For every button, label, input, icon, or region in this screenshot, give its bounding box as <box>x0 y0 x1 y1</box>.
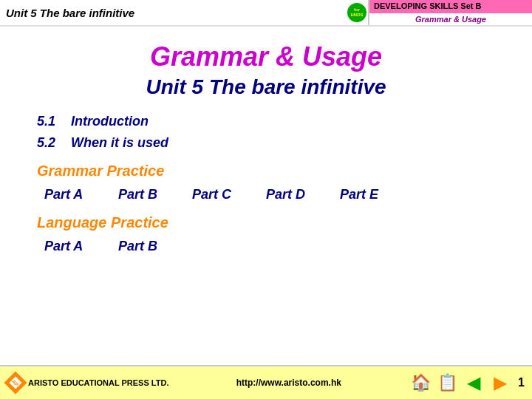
logo-circle: forHNDS <box>346 1 368 24</box>
section-label: Introduction <box>71 114 149 129</box>
sections-list: 5.1Introduction5.2When it is used <box>37 114 495 151</box>
section-item[interactable]: 5.2When it is used <box>37 135 495 151</box>
grammar-usage-bar: Grammar & Usage <box>369 13 532 25</box>
book-icon[interactable]: 📋 <box>435 372 459 393</box>
website-link: http://www.aristo.com.hk <box>236 378 341 388</box>
page-number: 1 <box>518 376 525 389</box>
grammar-part-item[interactable]: Part B <box>118 187 177 202</box>
forward-arrow-icon[interactable]: ▶ <box>488 372 512 393</box>
unit-title: Unit 5 The bare infinitive <box>6 7 134 19</box>
language-part-item[interactable]: Part B <box>118 239 177 254</box>
grammar-practice-title: Grammar Practice <box>37 163 495 180</box>
developing-skills-label: DEVELOPING SKILLS Set B <box>374 1 481 10</box>
aristo-logo: AP ARISTO EDUCATIONAL PRESS LTD. <box>7 375 168 391</box>
grammar-part-item[interactable]: Part D <box>266 187 325 202</box>
developing-skills-bar: DEVELOPING SKILLS Set B <box>369 0 532 13</box>
logo-text: forHNDS <box>350 7 363 17</box>
grammar-part-item[interactable]: Part C <box>192 187 251 202</box>
section-number: 5.2 <box>37 135 59 151</box>
language-part-item[interactable]: Part A <box>44 239 103 254</box>
main-content: Grammar & Usage Unit 5 The bare infiniti… <box>0 27 532 267</box>
unit-title-bar: Unit 5 The bare infinitive <box>0 0 369 25</box>
section-label: When it is used <box>71 135 168 151</box>
grammar-usage-label: Grammar & Usage <box>415 15 486 24</box>
back-arrow-icon[interactable]: ◀ <box>462 372 485 393</box>
main-title: Grammar & Usage <box>37 41 495 72</box>
sub-title: Unit 5 The bare infinitive <box>37 75 495 99</box>
home-icon[interactable]: 🏠 <box>409 372 432 393</box>
grammar-part-item[interactable]: Part E <box>340 187 399 202</box>
bottom-bar: AP ARISTO EDUCATIONAL PRESS LTD. http://… <box>0 365 532 399</box>
grammar-parts-row: Part APart BPart CPart DPart E <box>37 187 495 202</box>
language-practice-title: Language Practice <box>37 214 495 231</box>
top-right-bar: DEVELOPING SKILLS Set B Grammar & Usage <box>369 0 532 25</box>
section-item[interactable]: 5.1Introduction <box>37 114 495 129</box>
aristo-diamond-icon: AP <box>4 371 27 394</box>
bottom-icons: 🏠 📋 ◀ ▶ 1 <box>409 372 525 393</box>
grammar-part-item[interactable]: Part A <box>44 187 103 202</box>
language-parts-row: Part APart B <box>37 239 495 254</box>
top-bar: Unit 5 The bare infinitive DEVELOPING SK… <box>0 0 532 27</box>
aristo-text: ARISTO EDUCATIONAL PRESS LTD. <box>28 378 168 387</box>
section-number: 5.1 <box>37 114 59 129</box>
aristo-diamond-inner: AP <box>10 377 22 389</box>
